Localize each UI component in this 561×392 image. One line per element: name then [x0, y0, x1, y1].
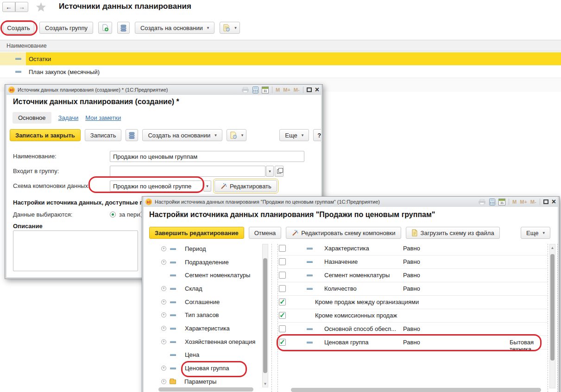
maximize-button[interactable] [307, 87, 312, 92]
maximize-button[interactable] [543, 199, 548, 204]
more-button[interactable]: Еще▾ [521, 227, 550, 239]
description-textarea[interactable] [13, 230, 138, 271]
window-titlebar[interactable]: 1С Источник данных планирования (создани… [6, 85, 321, 95]
checkbox-checked[interactable]: ✓ [279, 312, 286, 319]
doc-clock-menu-button[interactable]: ▾ [227, 129, 247, 141]
checkbox-unchecked[interactable] [279, 258, 286, 265]
create-based-on-button[interactable]: Создать на основании▾ [135, 22, 214, 34]
calculator-icon[interactable] [252, 87, 258, 93]
expand-icon[interactable]: + [161, 246, 166, 251]
close-button[interactable]: × [315, 86, 319, 93]
checkbox-unchecked[interactable] [279, 272, 286, 279]
calendar-icon[interactable]: 31 [498, 199, 505, 205]
annotation-oval-tree-cenovaya-gruppa [181, 361, 247, 377]
tab-main[interactable]: Основное [13, 112, 51, 124]
conditions-vertical-scrollbar[interactable]: ▲ [549, 244, 555, 388]
name-field[interactable] [110, 151, 304, 162]
tree-item-segment[interactable]: Сегмент номенклатуры [156, 268, 250, 282]
schema-dropdown-button[interactable]: ▾ [203, 180, 211, 192]
expand-icon[interactable]: + [161, 379, 166, 384]
list-column-header[interactable]: Наименование [0, 40, 561, 51]
checkbox-unchecked[interactable] [279, 325, 286, 332]
memory-m-plus-button[interactable]: M+ [520, 199, 527, 205]
condition-row-harakteristika[interactable]: Характеристика Равно [278, 242, 548, 255]
condition-row-krome-komissionnyh[interactable]: ✓ Кроме комиссионных продаж [278, 309, 548, 323]
calculator-icon[interactable] [489, 199, 495, 205]
memory-m-button[interactable]: M [276, 87, 280, 93]
tree-item-hoz-operaciya[interactable]: +Хозяйственная операция [156, 335, 255, 348]
close-button[interactable]: × [552, 198, 556, 205]
printer-icon[interactable] [241, 87, 249, 93]
window-titlebar[interactable]: 1С Настройки источника данных планирован… [144, 197, 558, 207]
tree-item-sklad[interactable]: +Склад [156, 282, 202, 295]
condition-row-krome-prodazh[interactable]: ✓ Кроме продаж между организациями [278, 296, 548, 309]
period-radio[interactable] [110, 212, 116, 218]
edit-composition-schema-button[interactable]: Редактировать схему компоновки [286, 227, 401, 239]
expand-icon[interactable]: + [161, 286, 166, 291]
tree-item-harakteristika[interactable]: +Характеристика [156, 322, 230, 335]
group-field[interactable] [110, 166, 265, 177]
add-document-button[interactable] [98, 22, 112, 34]
expand-icon[interactable]: + [161, 299, 166, 305]
report-button[interactable] [117, 22, 130, 34]
list-row-label: Остатки [29, 56, 51, 62]
name-input[interactable] [113, 153, 301, 160]
expand-icon[interactable]: + [161, 339, 166, 344]
tree-item-tip-zapasov[interactable]: +Тип запасов [156, 308, 219, 322]
save-button[interactable]: Записать [85, 129, 122, 141]
scrollbar-thumb[interactable] [263, 258, 267, 373]
edit-schema-button[interactable]: Редактировать [214, 180, 277, 192]
help-button[interactable]: ? [313, 129, 321, 141]
memory-m-minus-button[interactable]: M- [530, 199, 536, 205]
tree-horizontal-scrollbar[interactable] [158, 387, 253, 392]
memory-m-button[interactable]: M [512, 199, 517, 205]
memory-m-minus-button[interactable]: M- [294, 87, 300, 93]
save-close-button[interactable]: Записать и закрыть [10, 129, 81, 141]
calendar-icon[interactable]: 31 [262, 87, 269, 93]
cancel-button[interactable]: Отмена [249, 227, 282, 239]
list-row-plan-zakupok[interactable]: План закупок (месячный) [0, 66, 561, 78]
condition-row-naznachenie[interactable]: Назначение Равно [278, 255, 548, 269]
scroll-up-icon[interactable]: ▲ [550, 246, 555, 250]
tree-item-podrazdelenie[interactable]: +Подразделение [156, 255, 229, 269]
favorite-star-icon[interactable] [36, 2, 46, 12]
panel-splitter[interactable] [271, 244, 272, 392]
group-open-button[interactable] [275, 166, 284, 177]
checkbox-checked[interactable]: ✓ [279, 299, 286, 305]
doc-clock-menu-button[interactable]: ▾ [220, 22, 240, 34]
condition-row-segment[interactable]: Сегмент номенклатуры Равно [278, 269, 548, 282]
expand-icon[interactable]: + [161, 312, 166, 317]
memory-m-plus-button[interactable]: M+ [283, 87, 290, 93]
condition-row-kolichestvo[interactable]: Количество Равно [278, 282, 548, 296]
load-schema-button[interactable]: Загрузить схему из файла [406, 227, 500, 239]
printer-icon[interactable] [478, 199, 486, 205]
tree-vertical-scrollbar[interactable]: ▼ [262, 244, 268, 387]
scroll-down-icon[interactable]: ▼ [263, 382, 268, 386]
create-group-button[interactable]: Создать группу [39, 22, 93, 34]
tree-item-cena[interactable]: Цена [156, 348, 199, 361]
finish-editing-button[interactable]: Завершить редактирование [149, 227, 244, 239]
tab-tasks[interactable]: Задачи [58, 114, 79, 121]
checkbox-unchecked[interactable] [279, 285, 286, 292]
forward-button[interactable]: → [15, 2, 28, 12]
expand-icon[interactable]: + [161, 260, 166, 265]
group-dropdown-button[interactable]: ▾ [266, 166, 274, 177]
report-button[interactable] [126, 129, 138, 141]
tree-item-soglashenie[interactable]: +Соглашение [156, 295, 220, 309]
panel-splitter[interactable] [557, 244, 558, 392]
checkbox-unchecked[interactable] [279, 245, 286, 252]
tab-notes[interactable]: Мои заметки [85, 114, 121, 121]
condition-operator: Равно [403, 272, 420, 279]
panel-splitter[interactable] [548, 244, 548, 392]
create-based-on-button[interactable]: Создать на основании▾ [142, 129, 222, 141]
expand-icon[interactable]: + [161, 366, 166, 371]
conditions-horizontal-scrollbar[interactable] [291, 388, 541, 392]
scrollbar-thumb[interactable] [550, 254, 555, 361]
tree-item-period[interactable]: +Период [156, 242, 206, 255]
more-button[interactable]: Еще▾ [279, 129, 309, 141]
field-dash-icon [170, 367, 176, 369]
expand-icon[interactable]: + [161, 326, 166, 331]
back-button[interactable]: ← [2, 2, 15, 12]
list-row-ostatki[interactable]: Остатки [0, 52, 561, 65]
group-input[interactable] [113, 168, 262, 175]
